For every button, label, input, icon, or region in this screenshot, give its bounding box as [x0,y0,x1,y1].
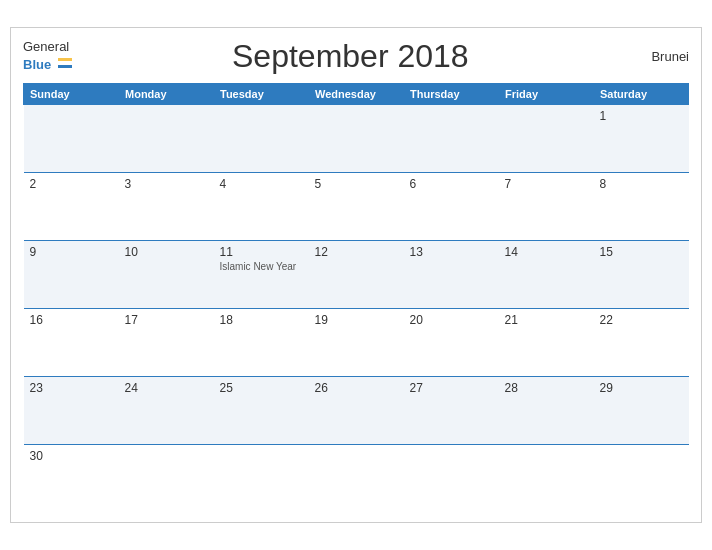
day-number: 11 [220,245,303,259]
calendar-cell: 24 [119,376,214,444]
calendar-cell: 16 [24,308,119,376]
calendar-cell [404,444,499,512]
day-number: 29 [600,381,683,395]
calendar-week-row: 16171819202122 [24,308,689,376]
calendar-cell [594,444,689,512]
day-number: 3 [125,177,208,191]
calendar-title: September 2018 [72,38,629,75]
weekday-header-thursday: Thursday [404,83,499,104]
weekday-header-tuesday: Tuesday [214,83,309,104]
calendar-cell: 28 [499,376,594,444]
day-number: 24 [125,381,208,395]
calendar-week-row: 23242526272829 [24,376,689,444]
calendar-cell: 26 [309,376,404,444]
calendar-cell: 19 [309,308,404,376]
calendar-cell [499,444,594,512]
calendar-cell [214,104,309,172]
logo-general-text: General [23,40,69,54]
day-number: 4 [220,177,303,191]
country-label: Brunei [629,49,689,64]
calendar-cell [24,104,119,172]
calendar-cell: 4 [214,172,309,240]
calendar-cell: 25 [214,376,309,444]
day-number: 26 [315,381,398,395]
weekday-header-friday: Friday [499,83,594,104]
calendar-cell: 10 [119,240,214,308]
day-number: 9 [30,245,113,259]
day-number: 16 [30,313,113,327]
day-number: 18 [220,313,303,327]
day-number: 2 [30,177,113,191]
calendar-cell [119,444,214,512]
weekday-header-saturday: Saturday [594,83,689,104]
calendar-cell: 18 [214,308,309,376]
day-number: 13 [410,245,493,259]
day-number: 8 [600,177,683,191]
day-number: 22 [600,313,683,327]
weekday-header-sunday: Sunday [24,83,119,104]
day-number: 25 [220,381,303,395]
weekday-header-monday: Monday [119,83,214,104]
day-number: 12 [315,245,398,259]
day-number: 6 [410,177,493,191]
calendar-cell: 30 [24,444,119,512]
day-number: 27 [410,381,493,395]
calendar-cell: 29 [594,376,689,444]
day-number: 7 [505,177,588,191]
day-number: 17 [125,313,208,327]
logo-blue-row: Blue [23,55,72,73]
calendar-cell: 11Islamic New Year [214,240,309,308]
calendar-cell: 15 [594,240,689,308]
logo-flag-icon [58,58,72,68]
calendar-week-row: 2345678 [24,172,689,240]
day-number: 14 [505,245,588,259]
calendar-week-row: 1 [24,104,689,172]
calendar-cell [404,104,499,172]
calendar-cell: 22 [594,308,689,376]
calendar-cell: 7 [499,172,594,240]
calendar-cell [309,104,404,172]
calendar-cell: 21 [499,308,594,376]
calendar-week-row: 30 [24,444,689,512]
calendar-cell: 1 [594,104,689,172]
day-number: 30 [30,449,113,463]
day-number: 23 [30,381,113,395]
calendar-cell: 2 [24,172,119,240]
calendar-container: General Blue September 2018 Brunei Sunda… [10,27,702,524]
calendar-cell [309,444,404,512]
calendar-cell: 14 [499,240,594,308]
weekday-header-row: SundayMondayTuesdayWednesdayThursdayFrid… [24,83,689,104]
calendar-cell: 12 [309,240,404,308]
day-number: 21 [505,313,588,327]
day-number: 19 [315,313,398,327]
day-number: 10 [125,245,208,259]
day-number: 15 [600,245,683,259]
calendar-cell: 13 [404,240,499,308]
calendar-cell: 8 [594,172,689,240]
day-number: 28 [505,381,588,395]
calendar-cell [119,104,214,172]
logo-blue-text: Blue [23,57,51,72]
calendar-cell: 23 [24,376,119,444]
calendar-cell: 6 [404,172,499,240]
calendar-cell: 17 [119,308,214,376]
calendar-cell: 27 [404,376,499,444]
day-number: 5 [315,177,398,191]
weekday-header-wednesday: Wednesday [309,83,404,104]
logo: General Blue [23,40,72,72]
calendar-cell: 5 [309,172,404,240]
day-number: 20 [410,313,493,327]
day-number: 1 [600,109,683,123]
calendar-cell: 3 [119,172,214,240]
calendar-cell: 20 [404,308,499,376]
calendar-week-row: 91011Islamic New Year12131415 [24,240,689,308]
calendar-table: SundayMondayTuesdayWednesdayThursdayFrid… [23,83,689,513]
calendar-cell [214,444,309,512]
event-label: Islamic New Year [220,261,303,272]
calendar-cell [499,104,594,172]
calendar-header: General Blue September 2018 Brunei [23,38,689,75]
calendar-cell: 9 [24,240,119,308]
